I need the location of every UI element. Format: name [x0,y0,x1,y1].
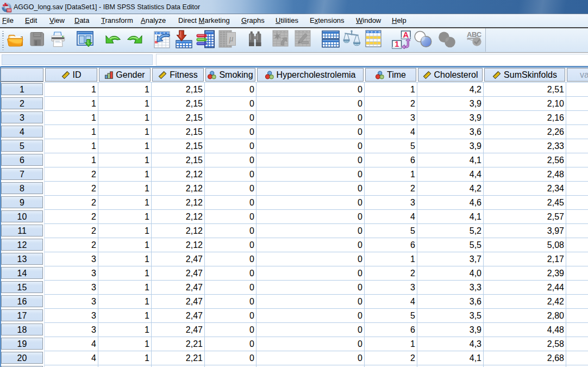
svg-text:ABC: ABC [467,30,482,39]
svg-text:μ: μ [228,34,233,43]
svg-text:A: A [403,30,409,39]
svg-text:1: 1 [395,40,399,48]
